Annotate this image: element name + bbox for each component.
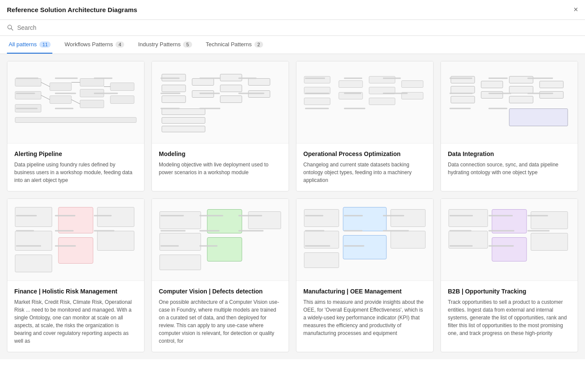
card-desc-data-integration: Data connection source, sync, and data p…	[448, 161, 571, 176]
svg-rect-130	[449, 210, 488, 227]
tab-label: Industry Patterns	[138, 41, 180, 48]
svg-rect-86	[15, 207, 52, 227]
svg-rect-135	[489, 215, 513, 217]
svg-rect-121	[344, 215, 363, 217]
tab-count: 2	[254, 41, 263, 48]
svg-rect-23	[94, 93, 118, 94]
search-input[interactable]	[17, 24, 578, 31]
card-computer-vision[interactable]: Computer Vision | Defects detectionOne p…	[151, 198, 289, 352]
svg-rect-140	[450, 245, 472, 247]
svg-rect-132	[531, 212, 568, 229]
svg-rect-12	[15, 118, 136, 123]
svg-rect-101	[160, 212, 201, 229]
svg-rect-25	[55, 108, 74, 109]
svg-rect-79	[450, 93, 472, 94]
svg-rect-52	[369, 76, 395, 83]
card-title-manufacturing-oee: Manufacturing | OEE Management	[303, 288, 426, 295]
card-title-finance-risk: Finance | Holistic Risk Management	[14, 288, 137, 295]
card-manufacturing-oee[interactable]: Manufacturing | OEE ManagementThis aims …	[296, 198, 434, 352]
search-icon	[7, 24, 14, 31]
svg-rect-45	[161, 108, 180, 109]
svg-rect-33	[220, 96, 242, 103]
svg-rect-47	[304, 76, 330, 83]
svg-rect-76	[450, 78, 472, 79]
svg-rect-96	[94, 230, 114, 232]
svg-rect-134	[450, 215, 473, 217]
svg-rect-100	[207, 238, 242, 261]
svg-rect-58	[344, 78, 362, 79]
svg-rect-46	[199, 108, 220, 109]
svg-rect-126	[305, 245, 330, 247]
svg-rect-62	[383, 93, 408, 94]
svg-rect-136	[527, 215, 548, 217]
svg-rect-90	[97, 231, 134, 251]
svg-rect-73	[540, 81, 563, 88]
svg-line-16	[71, 100, 80, 104]
svg-rect-66	[451, 86, 475, 93]
svg-rect-37	[162, 118, 205, 124]
tab-workflows[interactable]: Workflows Patterns4	[63, 36, 126, 54]
card-modeling[interactable]: ModelingModeling objective with live dep…	[151, 61, 289, 191]
title-bar: Reference Solution Architecture Diagrams…	[0, 0, 585, 20]
svg-rect-103	[160, 255, 201, 270]
svg-rect-6	[50, 96, 71, 104]
card-diagram-b2b-opportunity	[441, 199, 578, 281]
card-diagram-finance-risk	[7, 199, 144, 281]
search-bar	[0, 20, 585, 36]
svg-rect-68	[481, 81, 503, 88]
dialog-title: Reference Solution Architecture Diagrams	[7, 6, 137, 13]
svg-rect-127	[344, 245, 364, 247]
svg-rect-55	[402, 81, 423, 88]
svg-rect-91	[16, 215, 37, 217]
svg-rect-98	[55, 245, 76, 247]
svg-rect-74	[540, 92, 563, 99]
card-alerting-pipeline[interactable]: Alerting PipelineData pipeline using fou…	[7, 61, 145, 191]
tab-label: All patterns	[9, 41, 37, 48]
svg-rect-95	[55, 230, 74, 232]
svg-rect-84	[58, 207, 93, 233]
card-diagram-alerting-pipeline	[7, 61, 144, 143]
svg-rect-93	[94, 215, 112, 217]
svg-rect-83	[489, 108, 507, 109]
tab-technical[interactable]: Technical Patterns2	[204, 36, 265, 54]
svg-rect-64	[344, 108, 365, 109]
card-title-data-integration: Data Integration	[448, 150, 571, 157]
svg-rect-49	[304, 98, 330, 105]
svg-rect-72	[509, 96, 533, 103]
svg-rect-10	[110, 83, 134, 91]
card-title-modeling: Modeling	[159, 150, 282, 157]
svg-rect-5	[50, 83, 71, 91]
svg-rect-78	[527, 78, 553, 79]
svg-rect-85	[58, 238, 93, 264]
tab-count: 11	[39, 41, 51, 48]
svg-rect-11	[110, 96, 134, 104]
card-title-operational-process: Operational Process Optimization	[303, 150, 426, 157]
card-desc-manufacturing-oee: This aims to measure and provide insight…	[303, 298, 426, 337]
svg-rect-124	[344, 230, 363, 232]
tab-industry[interactable]: Industry Patterns5	[136, 36, 193, 54]
card-finance-risk[interactable]: Finance | Holistic Risk ManagementMarket…	[7, 198, 145, 352]
svg-rect-75	[509, 109, 568, 126]
close-button[interactable]: ×	[573, 5, 578, 14]
svg-rect-141	[489, 245, 514, 247]
svg-rect-42	[161, 93, 180, 94]
card-b2b-opportunity[interactable]: B2B | Opportunity TrackingTrack opportun…	[440, 198, 578, 352]
card-desc-computer-vision: One possible architecture of a Computer …	[159, 298, 282, 345]
card-diagram-modeling	[152, 61, 289, 143]
card-operational-process[interactable]: Operational Process OptimizationChangelo…	[296, 61, 434, 191]
svg-rect-31	[220, 74, 242, 81]
svg-rect-9	[80, 100, 104, 108]
tab-count: 4	[116, 41, 124, 48]
svg-rect-112	[199, 245, 218, 247]
card-title-alerting-pipeline: Alerting Pipeline	[14, 150, 137, 157]
svg-rect-122	[383, 215, 404, 217]
svg-rect-139	[527, 230, 550, 232]
svg-rect-24	[16, 108, 38, 109]
card-diagram-manufacturing-oee	[296, 199, 433, 281]
svg-rect-50	[339, 81, 363, 88]
card-data-integration[interactable]: Data IntegrationData connection source, …	[440, 61, 578, 191]
svg-rect-114	[343, 236, 386, 259]
card-diagram-data-integration	[441, 61, 578, 143]
svg-rect-89	[97, 207, 134, 227]
tab-all[interactable]: All patterns11	[7, 36, 52, 54]
